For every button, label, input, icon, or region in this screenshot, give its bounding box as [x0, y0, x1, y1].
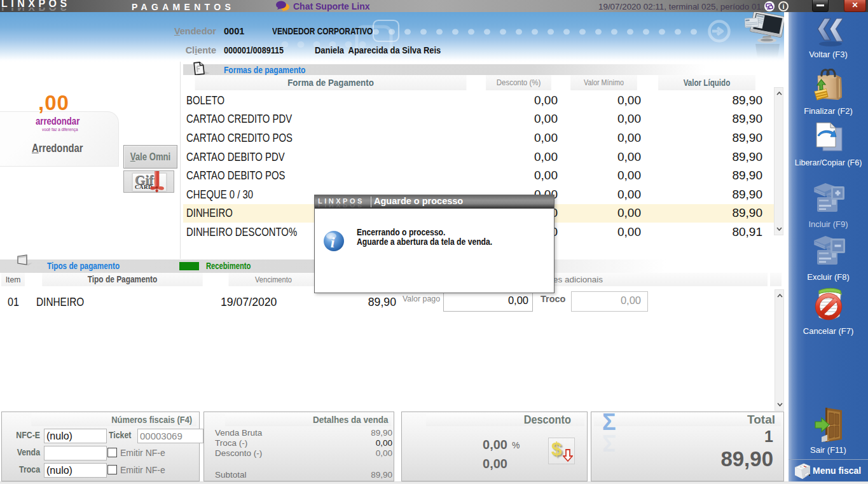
svg-text:i: i: [331, 234, 335, 251]
